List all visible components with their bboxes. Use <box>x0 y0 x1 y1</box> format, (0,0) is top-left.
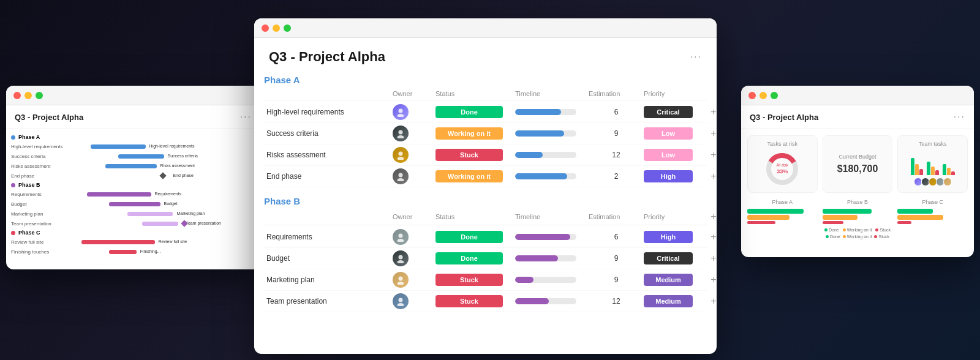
legend-done-dot <box>824 228 827 231</box>
timeline-bar <box>515 109 576 115</box>
gantt-phase-b-label: Phase B <box>18 182 40 188</box>
gantt-more-btn[interactable]: ··· <box>240 111 252 122</box>
add-icon[interactable]: + <box>705 171 717 182</box>
phase-b-working-bar <box>823 215 858 220</box>
legend-done-label: Done <box>829 228 839 232</box>
phase-b-bar-label: Phase B <box>823 199 893 205</box>
task-estimation: 9 <box>589 129 644 138</box>
task-estimation: 2 <box>589 172 644 181</box>
svg-point-7 <box>398 178 404 181</box>
add-icon[interactable]: + <box>705 231 717 242</box>
avatar <box>393 272 409 288</box>
dashboard-cards: Tasks at risk At risk 33% Current Budget… <box>741 129 974 199</box>
task-estimation: 6 <box>589 233 644 241</box>
pa-done-dot <box>826 235 829 238</box>
gantt-row: Risks assessment Risks assessment <box>6 161 260 171</box>
tl-green[interactable] <box>771 92 778 99</box>
task-status: Working on it <box>435 170 515 182</box>
priority-badge: Medium <box>644 274 693 286</box>
legend-stuck: Stuck <box>875 228 891 232</box>
dashboard-header: Q3 - Project Alpha ··· <box>741 105 974 129</box>
tl-red[interactable] <box>262 24 269 32</box>
tl-red[interactable] <box>13 92 21 99</box>
team-bar-chart <box>903 151 962 175</box>
task-owner <box>393 147 435 163</box>
avatar <box>393 168 409 184</box>
gantt-bar-area: Success criteria <box>72 153 255 159</box>
gantt-bar-label: Budget <box>164 201 178 206</box>
col-estimation: Estimation <box>589 90 644 97</box>
gantt-bar-area: High-level requirements <box>72 143 255 149</box>
task-name: Budget <box>264 254 393 263</box>
task-priority: Critical <box>644 252 705 264</box>
gantt-row: Review full site Review full site <box>6 237 260 247</box>
pa-l-stuck: Stuck <box>874 234 889 239</box>
gantt-titlebar <box>6 86 260 105</box>
task-estimation: 12 <box>589 297 644 306</box>
add-icon[interactable]: + <box>705 274 717 285</box>
gantt-bar-label: Team presentation <box>186 221 221 225</box>
priority-badge: Low <box>644 127 693 140</box>
timeline-fill <box>515 152 543 158</box>
phase-c-stuck-bar <box>897 221 911 224</box>
tl-red[interactable] <box>748 92 756 99</box>
timeline-fill <box>515 130 564 137</box>
phase-a-done-bar <box>747 209 804 214</box>
team-avatar <box>943 178 952 186</box>
tl-yellow[interactable] <box>760 92 767 99</box>
phase-b-title: Phase B <box>264 192 707 209</box>
task-timeline <box>515 109 589 115</box>
tl-green[interactable] <box>36 92 43 99</box>
task-estimation: 9 <box>589 276 644 284</box>
tl-green[interactable] <box>284 24 291 32</box>
tl-yellow[interactable] <box>273 24 280 32</box>
main-more-btn[interactable]: ··· <box>690 51 702 62</box>
mini-bar-stuck <box>919 169 923 175</box>
svg-point-4 <box>399 152 403 156</box>
mini-bar-done <box>911 158 914 175</box>
status-badge: Done <box>435 231 503 243</box>
add-icon[interactable]: + <box>705 253 717 264</box>
add-icon[interactable]: + <box>705 128 717 139</box>
phase-c-working-bar <box>897 215 943 220</box>
svg-point-6 <box>399 173 403 178</box>
gantt-row: Marketing plan Marketing plan <box>6 209 260 219</box>
svg-point-12 <box>399 277 403 281</box>
table-row: End phase Working on it 2 High + <box>264 166 707 187</box>
legend-working: Working on it <box>843 228 872 232</box>
timeline-fill <box>515 173 567 179</box>
phase-b-add[interactable]: + <box>705 211 717 222</box>
legend-working-label: Working on it <box>847 228 872 232</box>
task-name: Risks assessment <box>264 151 393 159</box>
avatar <box>393 229 409 245</box>
gantt-bar-label: Success criteria <box>167 154 197 158</box>
dashboard-more-btn[interactable]: ··· <box>954 111 965 122</box>
phase-b-done-bar <box>823 209 872 214</box>
avatar <box>393 293 409 309</box>
svg-point-2 <box>399 130 403 135</box>
timeline-bar <box>515 234 576 240</box>
add-icon[interactable]: + <box>705 107 717 118</box>
gantt-bar <box>105 164 157 168</box>
col-owner: Owner <box>393 213 435 220</box>
table-row: Budget Done 9 Critical + <box>264 248 707 269</box>
add-icon[interactable]: + <box>705 296 717 307</box>
gantt-bar <box>127 212 173 216</box>
phase-a-working-bar <box>747 215 790 220</box>
add-icon[interactable]: + <box>705 149 717 160</box>
gantt-bar <box>91 144 146 149</box>
col-timeline: Timeline <box>515 213 589 220</box>
tl-yellow[interactable] <box>24 92 32 99</box>
task-name: Success criteria <box>264 129 393 138</box>
gantt-task-name: Requirements <box>11 192 72 197</box>
status-badge: Done <box>435 252 503 264</box>
timeline-fill <box>515 277 533 283</box>
status-badge: Stuck <box>435 274 503 286</box>
gantt-task-name: End phase <box>11 173 72 179</box>
avatar <box>393 250 409 266</box>
task-timeline <box>515 255 589 261</box>
col-estimation: Estimation <box>589 213 644 220</box>
gantt-window: Q3 - Project Alpha ··· Phase A High-leve… <box>6 86 260 269</box>
mini-bar-working <box>915 164 919 175</box>
main-titlebar <box>254 18 717 38</box>
